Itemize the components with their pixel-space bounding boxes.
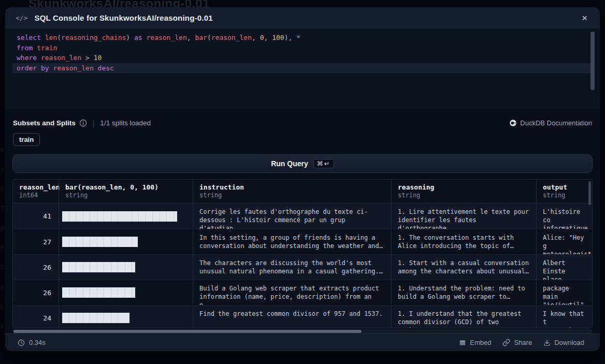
sql-token: ( <box>207 34 211 41</box>
cell-instruction: The characters are discussing the world'… <box>193 255 391 280</box>
query-duration-value: 0.34s <box>29 339 46 346</box>
table-row[interactable]: 26Build a Golang web scraper that extrac… <box>13 280 592 305</box>
sql-token: ), <box>284 34 296 41</box>
code-line[interactable]: where reason_len > 10 <box>12 53 593 63</box>
results-table: reason_lenint64bar(reason_len, 0, 100)st… <box>12 179 593 328</box>
cell-bar <box>59 255 193 280</box>
cell-instruction: In this setting, a group of friends is h… <box>193 229 391 254</box>
duckdb-documentation-label: DuckDB Documentation <box>520 119 592 127</box>
column-header-reason-len: reason_lenint64 <box>13 180 59 203</box>
sql-token: * <box>296 34 300 41</box>
bar-visualization <box>62 262 135 272</box>
sql-token: where <box>17 54 37 62</box>
cell-output: Albert Einste place called <box>536 255 592 280</box>
column-header-instruction: instructionstring <box>193 180 391 203</box>
table-vertical-scrollbar[interactable] <box>588 181 591 326</box>
editor-scrollbar-thumb[interactable] <box>590 32 595 90</box>
cell-reasoning: 1. Lire attentivement le texte pour iden… <box>391 203 536 229</box>
cell-instruction: Find the greatest common divisor of 957 … <box>193 305 391 328</box>
sql-token: by <box>41 64 49 72</box>
duckdb-documentation-link[interactable]: DuckDB Documentation <box>509 119 592 127</box>
table-row[interactable]: 24Find the greatest common divisor of 95… <box>13 305 592 328</box>
download-icon <box>543 339 551 346</box>
code-line[interactable]: from train <box>12 43 593 53</box>
cell-instruction: Build a Golang web scraper that extracts… <box>193 280 391 305</box>
cell-reason-len: 26 <box>13 255 59 280</box>
sql-token: reason_len <box>41 54 81 62</box>
run-query-label: Run Query <box>271 159 308 168</box>
column-header-bar-reason-len-0-100-: bar(reason_len, 0, 100)string <box>59 180 193 203</box>
subsets-label: Subsets and Splits <box>13 119 76 127</box>
cell-bar <box>59 280 193 305</box>
cell-bar <box>59 305 193 328</box>
table-horizontal-scrollbar-thumb[interactable] <box>13 330 362 333</box>
query-duration: 0.34s <box>18 339 46 346</box>
code-line[interactable]: select len(reasoning_chains) as reason_l… <box>12 33 593 43</box>
embed-button[interactable]: Embed <box>459 339 491 346</box>
sql-editor[interactable]: select len(reasoning_chains) as reason_l… <box>5 28 600 109</box>
cell-reasoning: 1. The conversation starts with Alice in… <box>391 229 536 254</box>
cell-output: L'histoire co informatique <box>536 203 592 229</box>
sql-token <box>33 44 37 52</box>
column-type: string <box>65 192 186 199</box>
sql-token: ( <box>57 34 61 41</box>
share-button[interactable]: Share <box>502 339 532 346</box>
bar-visualization <box>62 211 177 222</box>
download-button[interactable]: Download <box>543 339 584 346</box>
split-chip-train[interactable]: train <box>13 133 40 146</box>
modal-title: SQL Console for SkunkworksAI/reasoning-0… <box>34 13 579 22</box>
editor-scrollbar[interactable] <box>590 32 595 104</box>
sql-token: 10 <box>94 54 102 62</box>
embed-icon <box>459 339 466 346</box>
sql-token: , <box>264 34 272 41</box>
subsets-and-splits-row: Subsets and Splits | 1/1 splits loaded D… <box>13 118 592 128</box>
bar-visualization <box>62 237 138 247</box>
table-vertical-scrollbar-thumb[interactable] <box>588 181 591 205</box>
info-icon[interactable] <box>79 119 87 127</box>
sql-token: reason_len <box>146 34 186 41</box>
share-label: Share <box>514 339 532 346</box>
close-icon[interactable]: × <box>580 12 589 24</box>
table-row[interactable]: 26The characters are discussing the worl… <box>13 254 592 280</box>
sql-token: 100 <box>272 34 284 41</box>
code-line[interactable]: order by reason_len desc <box>12 63 593 74</box>
footer-actions: Embed Share <box>459 339 584 346</box>
sql-token: reasoning_chains <box>61 34 126 41</box>
sql-token: reason_len <box>53 64 93 72</box>
keyboard-shortcut-badge: ⌘↵ <box>313 159 334 168</box>
sql-token: from <box>17 44 33 52</box>
sql-token: > <box>81 54 93 62</box>
cell-reason-len: 24 <box>13 305 59 328</box>
table-row[interactable]: 27In this setting, a group of friends is… <box>13 229 592 254</box>
bar-visualization <box>62 287 135 298</box>
splits-loaded-status: 1/1 splits loaded <box>100 119 151 127</box>
sql-token: len <box>45 34 57 41</box>
table-horizontal-scrollbar[interactable] <box>12 329 593 333</box>
run-query-button[interactable]: Run Query ⌘↵ <box>12 154 593 173</box>
divider: | <box>93 119 95 127</box>
cell-reason-len: 26 <box>13 280 59 305</box>
column-type: int64 <box>19 192 52 199</box>
column-name: reasoning <box>398 183 530 191</box>
cell-output: Alice: "Hey g meteorologist <box>536 229 592 254</box>
sql-token <box>41 34 45 41</box>
sql-token: , <box>187 34 195 41</box>
cell-reasoning: 1. Understand the problem: need to build… <box>391 280 536 305</box>
download-label: Download <box>554 339 584 346</box>
column-name: instruction <box>199 183 385 191</box>
table-row[interactable]: 41Corrige les fautes d'orthographe du te… <box>13 203 592 229</box>
cell-reasoning: 1. Start with a casual conversation amon… <box>391 255 536 280</box>
cell-output: package main "io/ioutil" " <box>536 280 592 305</box>
sql-token <box>37 54 41 62</box>
sql-token <box>37 64 41 72</box>
column-name: bar(reason_len, 0, 100) <box>65 183 186 191</box>
column-name: output <box>543 183 586 191</box>
code-icon: </> <box>16 14 27 22</box>
cell-output: I know that t two numbers i <box>536 305 592 328</box>
sql-token: select <box>17 34 41 41</box>
sql-token: desc <box>98 64 114 72</box>
share-link-icon <box>502 339 510 346</box>
column-type: string <box>543 192 586 199</box>
cell-instruction: Corrige les fautes d'orthographe du text… <box>193 203 391 229</box>
sql-token: order <box>17 64 37 72</box>
